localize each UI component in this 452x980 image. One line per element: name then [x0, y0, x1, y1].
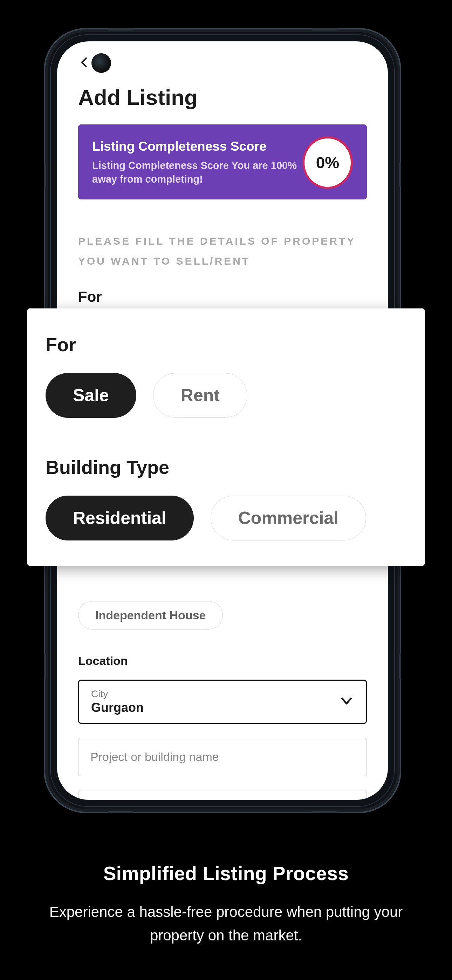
city-caption: City [91, 688, 144, 700]
frame-mark [312, 811, 337, 813]
frame-mark [108, 811, 133, 813]
score-card: Listing Completeness Score Listing Compl… [78, 124, 367, 199]
chevron-down-icon [339, 694, 354, 710]
section-label-location: Location [78, 654, 367, 668]
overlay-label-building-type: Building Type [46, 457, 406, 478]
section-label-for-peek: For [78, 288, 367, 305]
project-name-input[interactable]: Project or building name [78, 738, 367, 776]
building-type-option-commercial[interactable]: Commercial [210, 496, 366, 541]
score-value: 0% [316, 153, 339, 172]
instruction-text: PLEASE FILL THE DETAILS OF PROPERTY YOU … [78, 231, 367, 271]
for-option-sale[interactable]: Sale [46, 373, 136, 418]
frame-mark [399, 162, 401, 187]
frame-mark [312, 29, 337, 30]
promo-block: Simplified Listing Process Experience a … [0, 862, 452, 947]
back-icon[interactable] [78, 56, 91, 70]
promo-title: Simplified Listing Process [49, 862, 403, 885]
overlay-card: For Sale Rent Building Type Residential … [27, 309, 425, 566]
score-title: Listing Completeness Score [92, 139, 302, 154]
frame-mark [399, 654, 401, 679]
promo-subtitle: Experience a hassle-free procedure when … [49, 900, 403, 947]
score-subtitle: Listing Completeness Score You are 100% … [92, 159, 302, 186]
camera-hole-icon [91, 53, 111, 73]
frame-mark [108, 29, 133, 30]
for-option-rent[interactable]: Rent [153, 373, 247, 418]
city-value: Gurgaon [91, 700, 144, 715]
score-ring: 0% [302, 136, 353, 189]
chip-independent-house[interactable]: Independent House [78, 601, 223, 630]
project-name-placeholder: Project or building name [91, 750, 219, 764]
page-title: Add Listing [78, 85, 367, 110]
overlay-label-for: For [46, 334, 406, 355]
frame-mark [44, 162, 46, 187]
frame-mark [44, 654, 46, 679]
city-select[interactable]: City Gurgaon [78, 679, 367, 724]
next-input-peek[interactable] [78, 790, 367, 800]
building-type-option-residential[interactable]: Residential [46, 496, 194, 541]
